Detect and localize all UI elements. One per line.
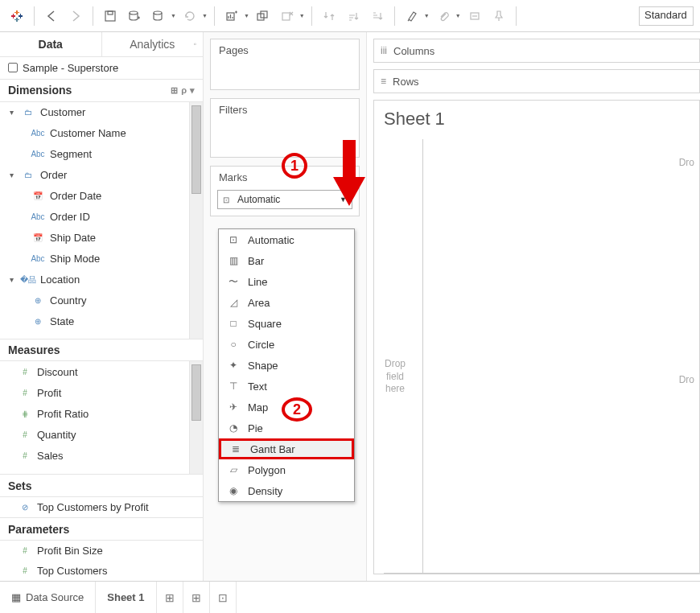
field-segment[interactable]: AbcSegment <box>0 144 203 165</box>
datasource-item[interactable]: Sample - Superstore <box>0 57 203 79</box>
field-order-id[interactable]: AbcOrder ID <box>0 207 203 228</box>
folder-customer[interactable]: ▾🗀Customer <box>0 102 203 123</box>
view-toggle-icon[interactable]: ⊞ <box>171 85 178 96</box>
label-icon[interactable] <box>464 6 485 27</box>
fit-select[interactable]: Standard <box>639 6 694 26</box>
mark-option-bar[interactable]: ▥Bar <box>219 250 354 271</box>
gantt-icon: ≣ <box>229 443 242 455</box>
mark-option-gantt[interactable]: ≣Gantt Bar <box>219 438 354 459</box>
rows-icon: ≡ <box>381 76 386 87</box>
mark-option-map[interactable]: ✈Map <box>219 397 354 418</box>
rows-shelf[interactable]: ≡Rows <box>373 69 700 93</box>
field-sales[interactable]: #Sales <box>0 445 203 466</box>
search-icon[interactable]: ρ <box>181 85 187 95</box>
svg-rect-7 <box>20 14 21 19</box>
line-icon: 〜 <box>227 275 240 289</box>
field-country[interactable]: ⊕Country <box>0 290 203 311</box>
clear-sheet-icon[interactable] <box>277 6 298 27</box>
columns-icon: iii <box>381 45 387 56</box>
param-top-customers[interactable]: #Top Customers <box>0 561 203 581</box>
top-toolbar: ▼ ▼ ▼ ▼ ▼ ▼ Standard <box>0 0 700 32</box>
field-order-date[interactable]: 📅Order Date <box>0 186 203 207</box>
new-datasource-icon[interactable] <box>124 6 145 27</box>
swap-icon[interactable] <box>319 6 340 27</box>
pages-card[interactable]: Pages <box>210 39 360 90</box>
duplicate-sheet-icon[interactable] <box>253 6 274 27</box>
polygon-icon: ▱ <box>227 464 240 475</box>
tab-datasource[interactable]: ▦Data Source <box>0 582 96 613</box>
mark-option-line[interactable]: 〜Line <box>219 271 354 292</box>
menu-chevron-icon[interactable]: ▾ <box>190 85 195 96</box>
mark-type-select[interactable]: ⊡Automatic ▼ <box>217 190 352 209</box>
pause-updates-icon[interactable] <box>148 6 169 27</box>
scrollbar[interactable] <box>189 102 203 339</box>
marks-title: Marks <box>211 167 359 188</box>
marks-card: Marks ⊡Automatic ▼ <box>210 166 360 216</box>
sheet-title[interactable]: Sheet 1 <box>384 109 445 130</box>
forward-icon[interactable] <box>65 6 86 27</box>
mark-option-polygon[interactable]: ▱Polygon <box>219 459 354 480</box>
scrollbar[interactable] <box>189 361 203 474</box>
mark-option-area[interactable]: ◿Area <box>219 292 354 313</box>
field-customer-name[interactable]: AbcCustomer Name <box>0 123 203 144</box>
save-icon[interactable] <box>100 6 121 27</box>
refresh-icon[interactable] <box>179 6 200 27</box>
drop-hint: Dro <box>679 157 694 168</box>
svg-rect-3 <box>14 19 19 20</box>
sheet-tabs: ▦Data Source Sheet 1 ⊞ ⊞ ⊡ <box>0 581 700 613</box>
viz-canvas[interactable]: Sheet 1 Dro Drop field here Dro <box>373 100 700 574</box>
hierarchy-location[interactable]: ▾�品Location <box>0 269 203 290</box>
columns-shelf[interactable]: iiiColumns <box>373 39 700 63</box>
attachment-icon[interactable] <box>433 6 454 27</box>
field-quantity[interactable]: #Quantity <box>0 424 203 445</box>
new-story-tab-icon[interactable]: ⊡ <box>210 582 237 613</box>
view-pane: iiiColumns ≡Rows Sheet 1 Dro Drop field … <box>367 32 700 581</box>
sort-asc-icon[interactable] <box>343 6 364 27</box>
mark-option-text[interactable]: ⊤Text <box>219 376 354 397</box>
svg-rect-5 <box>13 14 14 19</box>
pin-icon[interactable] <box>488 6 509 27</box>
tableau-logo-icon[interactable] <box>6 6 27 27</box>
sort-desc-icon[interactable] <box>367 6 388 27</box>
new-worksheet-icon[interactable] <box>221 6 242 27</box>
param-profit-bin[interactable]: #Profit Bin Size <box>0 541 203 561</box>
measures-header: Measures <box>0 339 203 362</box>
circle-icon: ○ <box>227 339 240 350</box>
field-ship-date[interactable]: 📅Ship Date <box>0 228 203 249</box>
mark-option-circle[interactable]: ○Circle <box>219 334 354 355</box>
map-icon: ✈ <box>227 401 240 413</box>
sets-header: Sets <box>0 474 203 497</box>
parameters-header: Parameters <box>0 517 203 541</box>
measures-tree: #Discount #Profit ⋕Profit Ratio #Quantit… <box>0 361 203 474</box>
text-icon: ⊤ <box>227 381 240 392</box>
shape-icon: ✦ <box>227 360 240 371</box>
set-top-customers[interactable]: ⊘Top Customers by Profit <box>0 497 203 517</box>
field-state[interactable]: ⊕State <box>0 311 203 332</box>
dimensions-header: Dimensions ⊞ ρ ▾ <box>0 79 203 102</box>
field-profit[interactable]: #Profit <box>0 382 203 403</box>
mark-option-pie[interactable]: ◔Pie <box>219 418 354 438</box>
back-icon[interactable] <box>41 6 62 27</box>
density-icon: ◉ <box>227 485 240 496</box>
mark-option-automatic[interactable]: ⊡Automatic <box>219 229 354 250</box>
field-discount[interactable]: #Discount <box>0 361 203 382</box>
mark-option-density[interactable]: ◉Density <box>219 480 354 501</box>
mark-type-menu: ⊡Automatic ▥Bar 〜Line ◿Area □Square ○Cir… <box>218 228 355 502</box>
field-ship-mode[interactable]: AbcShip Mode <box>0 249 203 269</box>
datasource-tab-icon: ▦ <box>11 591 21 603</box>
drop-hint: Dro <box>679 374 694 385</box>
tab-analytics[interactable]: Analytics◦ <box>102 32 204 56</box>
drop-hint-center: Drop field here <box>379 358 411 396</box>
tab-data[interactable]: Data <box>0 32 102 56</box>
bar-icon: ▥ <box>227 255 240 266</box>
new-dashboard-tab-icon[interactable]: ⊞ <box>183 582 210 613</box>
tab-sheet1[interactable]: Sheet 1 <box>96 582 156 613</box>
mark-option-square[interactable]: □Square <box>219 313 354 334</box>
highlight-icon[interactable] <box>401 6 422 27</box>
field-profit-ratio[interactable]: ⋕Profit Ratio <box>0 403 203 424</box>
folder-order[interactable]: ▾🗀Order <box>0 165 203 186</box>
svg-rect-9 <box>108 11 113 14</box>
new-worksheet-tab-icon[interactable]: ⊞ <box>157 582 183 613</box>
mark-option-shape[interactable]: ✦Shape <box>219 355 354 376</box>
filters-card[interactable]: Filters <box>210 98 360 158</box>
